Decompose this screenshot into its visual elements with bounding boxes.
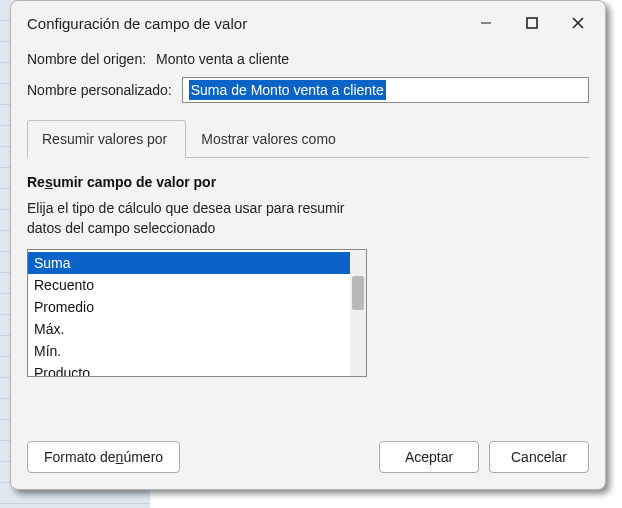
desc-line-2: datos del campo seleccionado <box>27 220 215 236</box>
svg-rect-1 <box>527 18 537 28</box>
tabs: Resumir valores por Mostrar valores como <box>27 119 589 158</box>
heading-pre: Re <box>27 174 45 190</box>
dialog-content: Nombre del origen: Monto venta a cliente… <box>11 45 605 431</box>
close-icon <box>571 16 585 30</box>
dialog-footer: Formato de número Aceptar Cancelar <box>11 431 605 489</box>
custom-name-value: Suma de Monto venta a cliente <box>189 80 386 100</box>
calculation-type-listbox[interactable]: SumaRecuentoPromedioMáx.Mín.Producto <box>27 249 367 377</box>
tab-show-values-as[interactable]: Mostrar valores como <box>186 120 355 158</box>
maximize-icon <box>525 16 539 30</box>
list-item[interactable]: Promedio <box>28 296 350 318</box>
custom-name-input[interactable]: Suma de Monto venta a cliente <box>182 77 589 103</box>
nf-post: úmero <box>123 449 163 465</box>
ok-button[interactable]: Aceptar <box>379 441 479 473</box>
list-item[interactable]: Mín. <box>28 340 350 362</box>
source-name-value: Monto venta a cliente <box>156 51 289 67</box>
tab-summarize-values-by[interactable]: Resumir valores por <box>27 120 186 158</box>
summarize-section-description: Elija el tipo de cálculo que desea usar … <box>27 198 589 239</box>
titlebar: Configuración de campo de valor <box>11 1 605 45</box>
listbox-items: SumaRecuentoPromedioMáx.Mín.Producto <box>28 250 350 376</box>
number-format-button[interactable]: Formato de número <box>27 441 180 473</box>
minimize-button[interactable] <box>463 7 509 39</box>
list-item[interactable]: Producto <box>28 362 350 376</box>
custom-name-label: Nombre personalizado: <box>27 82 172 98</box>
close-button[interactable] <box>555 7 601 39</box>
listbox-scrollbar[interactable] <box>350 250 366 376</box>
heading-ul: s <box>45 174 53 190</box>
source-name-row: Nombre del origen: Monto venta a cliente <box>27 51 589 67</box>
heading-post: umir campo de valor por <box>53 174 216 190</box>
source-name-label: Nombre del origen: <box>27 51 146 67</box>
list-item[interactable]: Recuento <box>28 274 350 296</box>
dialog-title: Configuración de campo de valor <box>27 15 463 32</box>
desc-line-1: Elija el tipo de cálculo que desea usar … <box>27 200 345 216</box>
value-field-settings-dialog: Configuración de campo de valor Nombre d… <box>10 0 606 490</box>
summarize-section-heading: Resumir campo de valor por <box>27 174 589 190</box>
minimize-icon <box>480 17 492 29</box>
scrollbar-thumb[interactable] <box>352 276 364 310</box>
cancel-button[interactable]: Cancelar <box>489 441 589 473</box>
list-item[interactable]: Suma <box>28 252 350 274</box>
nf-ul: n <box>116 449 124 465</box>
nf-pre: Formato de <box>44 449 116 465</box>
list-item[interactable]: Máx. <box>28 318 350 340</box>
custom-name-row: Nombre personalizado: Suma de Monto vent… <box>27 77 589 103</box>
maximize-button[interactable] <box>509 7 555 39</box>
